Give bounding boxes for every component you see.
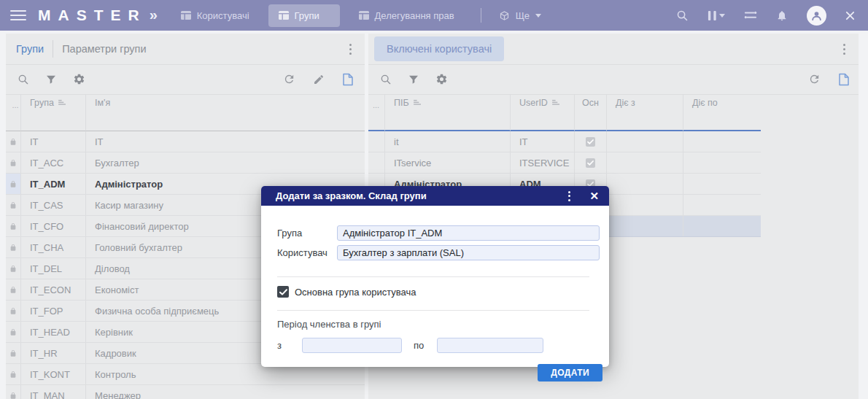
lock-icon	[9, 138, 17, 146]
panel-tab-included-users[interactable]: Включені користувачі	[374, 36, 504, 61]
cell-to	[683, 195, 761, 215]
lock-cell	[6, 174, 21, 194]
to-label: по	[414, 340, 424, 351]
period-row: з по	[277, 338, 589, 353]
hamburger-menu-icon[interactable]	[10, 10, 26, 20]
cell-group: IT_KONT	[21, 364, 86, 384]
new-record-icon[interactable]	[838, 73, 850, 86]
osn-checkbox[interactable]	[586, 137, 595, 147]
lock-icon	[9, 180, 17, 188]
new-record-icon[interactable]	[342, 73, 354, 86]
panel-menu-kebab-icon[interactable]	[840, 41, 848, 58]
user-field-row: Користувач	[277, 245, 600, 260]
tab-users-label: Користувачі	[197, 10, 249, 21]
table-row[interactable]: IT_ACC Бухгалтер	[6, 152, 365, 174]
cell-from	[607, 216, 683, 236]
table-row[interactable]: ITservice ITSERVICE	[368, 152, 761, 174]
lock-icon	[9, 349, 17, 357]
column-header-valid-from[interactable]: Діє з	[607, 94, 683, 111]
tab-users[interactable]: Користувачі	[171, 4, 260, 27]
main-group-checkbox-row[interactable]: Основна група користувача	[277, 286, 416, 298]
dialog-body: Група Користувач Основна група користува…	[261, 206, 609, 367]
app-logo: MASTER	[38, 7, 147, 24]
lock-cell	[6, 131, 21, 152]
tab-groups-label: Групи	[295, 10, 319, 21]
user-avatar[interactable]	[807, 6, 826, 26]
column-header-name[interactable]: Ім'я	[86, 94, 365, 111]
dialog-close-icon[interactable]: ✕	[589, 190, 599, 201]
person-icon	[810, 9, 823, 22]
edit-pencil-icon[interactable]	[313, 74, 325, 85]
from-date-input[interactable]	[302, 338, 402, 353]
column-header-valid-to[interactable]: Діє по	[683, 94, 761, 111]
cell-name: Менеджер	[86, 385, 365, 399]
dialog-menu-kebab-icon[interactable]	[565, 188, 573, 204]
members-panel-header: Включені користувачі	[368, 34, 859, 65]
osn-checkbox[interactable]	[586, 158, 595, 168]
bell-icon[interactable]	[776, 9, 788, 22]
panel-tab-divider	[53, 40, 53, 58]
breadcrumb-chevrons: »	[150, 7, 158, 23]
pause-dropdown[interactable]	[708, 10, 725, 21]
table-row[interactable]: IT_KONT Контроль	[6, 364, 365, 385]
user-field-input[interactable]	[337, 245, 600, 260]
to-date-input[interactable]	[437, 338, 543, 353]
cell-group: IT_CAS	[21, 195, 86, 215]
filter-icon[interactable]	[45, 74, 57, 85]
panel-menu-kebab-icon[interactable]	[346, 41, 354, 58]
gear-icon[interactable]	[435, 73, 448, 85]
table-row[interactable]: IT IT	[6, 131, 365, 152]
search-icon[interactable]	[380, 74, 392, 85]
lock-icon	[9, 159, 17, 167]
lock-icon	[9, 371, 17, 379]
refresh-icon[interactable]	[808, 73, 821, 85]
group-field-label: Група	[277, 228, 337, 239]
column-header-group[interactable]: Група	[21, 94, 86, 111]
groups-filter-row[interactable]	[6, 111, 365, 131]
cell-group: IT_ADM	[21, 174, 86, 194]
search-icon[interactable]	[676, 9, 689, 22]
column-header-userid[interactable]: UserID	[511, 94, 575, 111]
dialog-titlebar: Додати за зразком. Склад групи ✕	[261, 186, 609, 206]
filter-icon[interactable]	[408, 74, 419, 85]
top-bar: MASTER » Користувачі Групи Делегування п…	[0, 0, 868, 31]
add-button[interactable]: ДОДАТИ	[538, 364, 602, 381]
column-header-handle: ...	[6, 94, 21, 111]
topbar-divider	[481, 8, 481, 23]
panel-tab-group-params[interactable]: Параметри групи	[62, 43, 146, 55]
search-icon[interactable]	[18, 74, 29, 85]
more-menu[interactable]: Ще	[489, 4, 551, 27]
from-label: з	[277, 340, 282, 351]
main-group-checkbox[interactable]	[277, 286, 289, 298]
members-filter-row[interactable]	[368, 111, 761, 131]
gear-icon[interactable]	[73, 73, 85, 85]
window-icon	[359, 11, 369, 20]
cell-group: IT_DEL	[21, 258, 86, 279]
cell-group: IT_FOP	[21, 301, 86, 321]
cell-group: IT_CFO	[21, 216, 86, 236]
check-icon	[279, 289, 287, 295]
lock-icon	[9, 265, 17, 273]
tab-groups[interactable]: Групи	[268, 4, 340, 27]
panel-tab-groups[interactable]: Групи	[16, 43, 44, 55]
lock-icon	[9, 201, 17, 209]
members-table-header: ... ПІБ UserID Осн Діє з Діє по	[368, 94, 761, 111]
lock-cell	[6, 152, 21, 173]
dialog-title: Додати за зразком. Склад групи	[276, 190, 427, 201]
cell-to	[683, 174, 761, 194]
column-header-osn[interactable]: Осн	[575, 94, 607, 111]
app-root: MASTER » Користувачі Групи Делегування п…	[0, 0, 868, 399]
lock-cell	[6, 258, 21, 279]
table-row[interactable]: it IT	[368, 131, 761, 152]
table-row[interactable]: IT_MAN Менеджер	[6, 385, 365, 399]
lock-cell	[6, 322, 21, 342]
cell-from	[607, 131, 683, 152]
group-field-input[interactable]	[337, 225, 600, 241]
tune-icon[interactable]	[744, 9, 757, 21]
close-app-icon[interactable]	[845, 11, 855, 20]
cell-to	[683, 216, 761, 236]
tab-delegation[interactable]: Делегування прав	[349, 4, 465, 27]
refresh-icon[interactable]	[283, 73, 295, 85]
column-header-pib[interactable]: ПІБ	[385, 94, 511, 111]
cell-pib: ITservice	[385, 152, 511, 173]
